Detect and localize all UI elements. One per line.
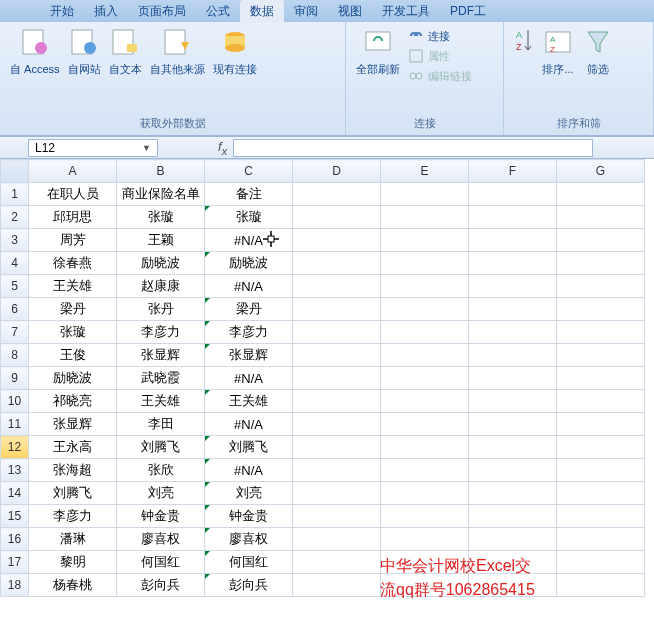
cell[interactable]: 王关雄 [117, 390, 205, 413]
cell[interactable]: 周芳 [29, 229, 117, 252]
row-header-6[interactable]: 6 [1, 298, 29, 321]
cell[interactable] [557, 505, 645, 528]
cell[interactable] [293, 551, 381, 574]
cell[interactable] [557, 482, 645, 505]
row-header-7[interactable]: 7 [1, 321, 29, 344]
cell[interactable]: 李田 [117, 413, 205, 436]
cell[interactable] [381, 459, 469, 482]
cell[interactable] [469, 183, 557, 206]
row-header-11[interactable]: 11 [1, 413, 29, 436]
from-text-button[interactable]: 自文本 [105, 26, 146, 76]
cell[interactable] [381, 390, 469, 413]
sort-asc-button[interactable]: AZ [510, 26, 538, 54]
cell[interactable]: 商业保险名单 [117, 183, 205, 206]
cell[interactable] [557, 344, 645, 367]
cell[interactable] [469, 505, 557, 528]
tab-insert[interactable]: 插入 [84, 0, 128, 23]
edit-links-button[interactable]: 编辑链接 [408, 66, 472, 86]
cell[interactable]: 潘琳 [29, 528, 117, 551]
cell[interactable]: 王俊 [29, 344, 117, 367]
cell[interactable] [469, 298, 557, 321]
cell[interactable] [557, 390, 645, 413]
row-header-14[interactable]: 14 [1, 482, 29, 505]
filter-button[interactable]: 筛选 [578, 26, 618, 76]
cell[interactable] [293, 298, 381, 321]
row-header-10[interactable]: 10 [1, 390, 29, 413]
cell[interactable]: 励晓波 [117, 252, 205, 275]
cell[interactable] [557, 275, 645, 298]
cell[interactable]: 张璇 [205, 206, 293, 229]
from-access-button[interactable]: 自 Access [6, 26, 64, 76]
select-all-corner[interactable] [1, 160, 29, 183]
properties-button[interactable]: 属性 [408, 46, 472, 66]
row-header-4[interactable]: 4 [1, 252, 29, 275]
col-header-G[interactable]: G [557, 160, 645, 183]
cell[interactable]: 祁晓亮 [29, 390, 117, 413]
cell[interactable] [469, 344, 557, 367]
cell[interactable] [557, 206, 645, 229]
col-header-C[interactable]: C [205, 160, 293, 183]
cell[interactable]: 王颖 [117, 229, 205, 252]
cell[interactable]: 李彦力 [117, 321, 205, 344]
refresh-all-button[interactable]: 全部刷新 [352, 26, 404, 76]
cell[interactable] [293, 390, 381, 413]
cell[interactable]: 李彦力 [29, 505, 117, 528]
cell[interactable] [381, 321, 469, 344]
cell[interactable]: 刘亮 [117, 482, 205, 505]
cell[interactable]: 张欣 [117, 459, 205, 482]
cell[interactable] [557, 413, 645, 436]
cell[interactable] [557, 298, 645, 321]
cell[interactable]: 张显辉 [117, 344, 205, 367]
row-header-1[interactable]: 1 [1, 183, 29, 206]
cell[interactable] [557, 551, 645, 574]
connections-button[interactable]: 连接 [408, 26, 472, 46]
cell[interactable]: #N/A [205, 413, 293, 436]
cell[interactable] [381, 252, 469, 275]
cell[interactable] [381, 505, 469, 528]
cell[interactable]: 李彦力 [205, 321, 293, 344]
from-web-button[interactable]: 自网站 [64, 26, 105, 76]
cell[interactable] [293, 229, 381, 252]
row-header-17[interactable]: 17 [1, 551, 29, 574]
cell[interactable]: 梁丹 [205, 298, 293, 321]
cell[interactable] [293, 321, 381, 344]
cell[interactable] [469, 482, 557, 505]
cell[interactable] [293, 574, 381, 597]
cell[interactable]: 王关雄 [205, 390, 293, 413]
cell[interactable]: 在职人员 [29, 183, 117, 206]
cell[interactable]: #N/A [205, 459, 293, 482]
worksheet-grid[interactable]: ABCDEFG1在职人员商业保险名单备注2邱玥思张璇张璇3周芳王颖#N/A4徐春… [0, 159, 654, 597]
cell[interactable] [293, 183, 381, 206]
cell[interactable]: 王关雄 [29, 275, 117, 298]
cell[interactable] [293, 275, 381, 298]
cell[interactable]: 钟金贵 [117, 505, 205, 528]
cell[interactable] [293, 252, 381, 275]
cell[interactable] [381, 298, 469, 321]
cell[interactable]: 梁丹 [29, 298, 117, 321]
cell[interactable] [557, 252, 645, 275]
col-header-E[interactable]: E [381, 160, 469, 183]
cell[interactable]: 张显辉 [29, 413, 117, 436]
tab-home[interactable]: 开始 [40, 0, 84, 23]
cell[interactable]: 张海超 [29, 459, 117, 482]
cell[interactable]: 备注 [205, 183, 293, 206]
cell[interactable] [469, 252, 557, 275]
row-header-13[interactable]: 13 [1, 459, 29, 482]
cell[interactable]: 刘腾飞 [29, 482, 117, 505]
cell[interactable] [293, 344, 381, 367]
row-header-12[interactable]: 12 [1, 436, 29, 459]
cell[interactable]: 廖喜权 [205, 528, 293, 551]
cell[interactable]: 张璇 [29, 321, 117, 344]
tab-view[interactable]: 视图 [328, 0, 372, 23]
cell[interactable] [381, 528, 469, 551]
cell[interactable] [469, 436, 557, 459]
cell[interactable] [557, 367, 645, 390]
cell[interactable] [381, 206, 469, 229]
cell[interactable]: 杨春桃 [29, 574, 117, 597]
row-header-5[interactable]: 5 [1, 275, 29, 298]
cell[interactable]: 赵康康 [117, 275, 205, 298]
col-header-F[interactable]: F [469, 160, 557, 183]
col-header-B[interactable]: B [117, 160, 205, 183]
col-header-A[interactable]: A [29, 160, 117, 183]
cell[interactable] [469, 528, 557, 551]
